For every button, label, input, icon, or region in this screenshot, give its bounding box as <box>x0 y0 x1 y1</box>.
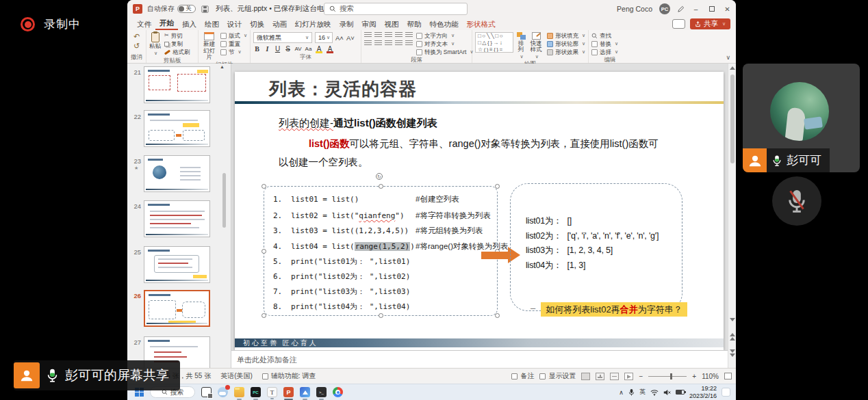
quick-styles-button[interactable]: 快速样式∨ <box>529 32 544 59</box>
font-color-icon[interactable]: A <box>326 45 334 53</box>
tab-transitions[interactable]: 切换 <box>246 18 268 30</box>
editor-scrollbar[interactable] <box>728 64 736 368</box>
terminal-icon[interactable]: >_ <box>316 387 327 397</box>
strikethrough-icon[interactable]: S <box>284 45 292 53</box>
clock[interactable]: 19:22 2023/2/16 <box>689 385 717 399</box>
mute-button[interactable] <box>772 176 821 226</box>
search-input[interactable]: 搜索 <box>324 3 468 15</box>
tab-view[interactable]: 视图 <box>381 18 403 30</box>
align-text-button[interactable]: 对齐文本∨ <box>416 40 474 47</box>
reset-button[interactable]: 重置 <box>220 40 247 47</box>
arrange-button[interactable]: 排列∨ <box>517 32 526 59</box>
replace-button[interactable]: 替换∨ <box>591 40 618 47</box>
normal-view-button[interactable] <box>581 373 590 380</box>
slide-thumbnail[interactable] <box>144 155 210 192</box>
language-status[interactable]: 英语(美国) <box>220 371 253 381</box>
selection-handle[interactable] <box>261 184 266 189</box>
scrollbar-thumb[interactable] <box>730 75 735 163</box>
account-avatar[interactable]: PC <box>659 3 670 14</box>
slide-thumbnail[interactable] <box>144 246 210 283</box>
wifi-icon[interactable] <box>650 389 659 396</box>
tab-animations[interactable]: 动画 <box>268 18 291 30</box>
text-direction-button[interactable]: 文字方向∨ <box>416 32 474 39</box>
photos-app-icon[interactable] <box>300 387 310 397</box>
new-slide-button[interactable]: 新建幻灯片 <box>201 32 217 60</box>
select-button[interactable]: 选择∨ <box>591 49 618 55</box>
slide-title[interactable]: 列表：灵活的容器 <box>269 77 417 101</box>
previous-slide-button[interactable] <box>728 333 736 341</box>
copy-button[interactable]: 复制 <box>164 40 190 47</box>
file-explorer-icon[interactable] <box>234 387 244 397</box>
slide-thumbnail[interactable] <box>144 66 210 103</box>
shape-fill-button[interactable]: 形状填充∨ <box>547 32 585 39</box>
line-spacing-icon[interactable] <box>405 32 413 38</box>
tab-review[interactable]: 审阅 <box>358 18 381 30</box>
selection-handle[interactable] <box>261 249 266 254</box>
italic-icon[interactable]: I <box>264 45 271 53</box>
cut-button[interactable]: ✂剪切 <box>164 32 190 39</box>
columns-icon[interactable] <box>405 40 413 46</box>
increase-indent-icon[interactable] <box>395 32 403 38</box>
participant-video-tile[interactable]: 彭可可 <box>743 64 860 172</box>
shape-effects-button[interactable]: 形状效果∨ <box>547 49 585 55</box>
grow-font-icon[interactable]: A˄ <box>335 34 344 42</box>
shapes-gallery[interactable]: □○╲╲□○□△{}→↓☆()≡{}= <box>475 32 513 53</box>
powerpoint-taskbar-icon[interactable]: P <box>283 387 294 397</box>
slide-thumbnail[interactable] <box>144 200 210 237</box>
autosave-toggle[interactable]: 关 <box>177 5 196 13</box>
bullets-icon[interactable] <box>364 32 372 38</box>
find-button[interactable]: 查找 <box>591 32 618 39</box>
section-button[interactable]: 节∨ <box>220 49 247 55</box>
scroll-up-icon[interactable] <box>730 66 735 70</box>
battery-icon[interactable] <box>676 390 685 395</box>
numbering-icon[interactable] <box>374 32 382 38</box>
shrink-font-icon[interactable]: A˅ <box>346 34 355 42</box>
tab-shape-format[interactable]: 形状格式 <box>463 18 500 30</box>
justify-icon[interactable] <box>395 40 403 46</box>
close-button[interactable]: ✕ <box>723 5 732 13</box>
selection-handle[interactable] <box>261 313 266 318</box>
account-name[interactable]: Peng Coco <box>617 5 652 13</box>
slide-canvas[interactable]: 列表：灵活的容器 列表的创建-通过list()函数创建列表 list()函数可以… <box>235 72 724 350</box>
share-button[interactable]: 共享∨ <box>690 18 730 29</box>
selection-handle[interactable] <box>495 184 500 189</box>
chrome-icon[interactable] <box>333 387 343 397</box>
align-center-icon[interactable] <box>374 40 382 46</box>
selection-handle[interactable] <box>495 313 500 318</box>
tray-expand-icon[interactable]: ∧ <box>619 389 624 396</box>
task-view-icon[interactable] <box>201 387 212 397</box>
slide-subtitle[interactable]: 列表的创建-通过list()函数创建列表 <box>279 117 437 130</box>
align-right-icon[interactable] <box>385 40 392 46</box>
smartart-button[interactable]: 转换为 SmartArt∨ <box>416 49 474 55</box>
question-callout[interactable]: 如何将列表list02再合并为字符串？ <box>541 302 687 317</box>
accessibility-status[interactable]: 辅助功能: 调查 <box>262 371 316 381</box>
next-slide-button[interactable] <box>728 349 736 357</box>
zoom-slider[interactable] <box>648 376 687 377</box>
display-settings-button[interactable]: 显示设置 <box>539 371 576 381</box>
tab-design[interactable]: 设计 <box>223 18 246 30</box>
save-icon[interactable] <box>201 5 209 13</box>
thumbnail-scroll-up-icon[interactable]: ▲ <box>220 64 225 69</box>
scroll-down-icon[interactable] <box>728 318 736 321</box>
tray-microphone-icon[interactable] <box>628 388 635 397</box>
shape-outline-button[interactable]: 形状轮廓∨ <box>547 40 585 47</box>
tab-file[interactable]: 文件 <box>133 18 155 30</box>
align-left-icon[interactable] <box>364 40 372 46</box>
highlight-color-icon[interactable]: A <box>315 45 323 53</box>
output-textbox[interactable]: list01为：[] list02为：['q', 'i', 'a', 'n', … <box>510 183 682 311</box>
tab-insert[interactable]: 插入 <box>178 18 201 30</box>
format-painter-button[interactable]: 格式刷 <box>164 49 190 55</box>
slideshow-view-button[interactable] <box>624 373 633 380</box>
minimize-button[interactable]: – <box>691 5 700 13</box>
body-line-1[interactable]: list()函数可以将元组、字符串、range()对象等转换为列表，直接使用li… <box>309 137 659 150</box>
document-title[interactable]: 列表、元组.pptx • 已保存到这台电脑 <box>216 4 331 14</box>
bold-icon[interactable]: B <box>253 45 261 53</box>
paste-button[interactable]: 粘贴∨ <box>149 32 161 56</box>
tab-draw[interactable]: 绘图 <box>201 18 223 30</box>
notification-center-icon[interactable] <box>722 388 730 397</box>
zoom-out-icon[interactable]: − <box>639 373 643 380</box>
character-spacing-icon[interactable]: AV <box>294 46 302 52</box>
tab-slideshow[interactable]: 幻灯片放映 <box>291 18 335 30</box>
rotate-handle[interactable]: ↻ <box>376 173 383 180</box>
notes-pane[interactable]: 单击此处添加备注 <box>231 350 728 368</box>
